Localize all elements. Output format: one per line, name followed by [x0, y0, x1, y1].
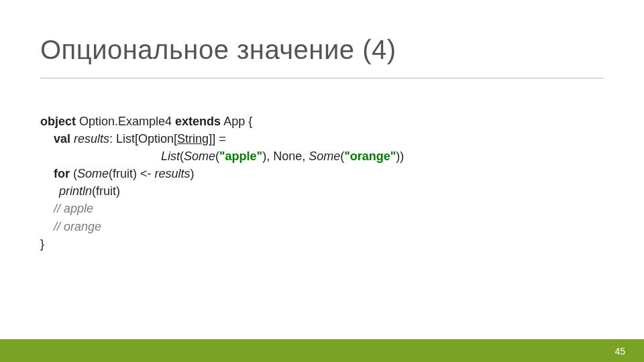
keyword-extends: extends [175, 115, 221, 128]
identifier: Some [309, 149, 340, 163]
code-line-6: // apple [40, 200, 604, 217]
indent: println(fruit) [40, 182, 120, 200]
text: ), None, [262, 149, 309, 163]
code-line-7: // orange [40, 218, 604, 235]
code-line-5: println(fruit) [40, 182, 604, 200]
code-line-2: val results: List[Option[String]] = [40, 130, 604, 147]
identifier: List [161, 149, 180, 163]
code-line-8: } [40, 235, 604, 253]
text: (fruit) <- [109, 167, 155, 180]
page-number: 45 [614, 346, 625, 357]
code-line-4: for (Some(fruit) <- results) [40, 165, 604, 182]
text: )) [396, 149, 404, 163]
identifier: results [74, 132, 109, 145]
text: : List[Option[ [109, 132, 177, 145]
title-divider [40, 78, 604, 78]
identifier: Some [77, 167, 109, 180]
identifier: Some [184, 149, 215, 163]
keyword-object: object [40, 115, 76, 128]
text: Option.Example4 [76, 115, 175, 128]
indent: List(Some("apple"), None, Some("orange")… [40, 147, 404, 165]
text: ) [191, 167, 195, 180]
text: App { [221, 115, 252, 128]
indent: for (Some(fruit) <- results) [40, 165, 195, 182]
code-line-3: List(Some("apple"), None, Some("orange")… [40, 147, 604, 165]
identifier: results [155, 167, 191, 180]
slide-title: Опциональное значение (4) [40, 35, 396, 65]
text: (fruit) [92, 184, 120, 198]
comment: // orange [40, 218, 101, 235]
keyword-for: for [54, 167, 73, 180]
slide: Опциональное значение (4) object Option.… [0, 0, 644, 362]
keyword-val: val [54, 132, 74, 145]
code-line-1: object Option.Example4 extends App { [40, 113, 604, 130]
string-literal: "orange" [344, 149, 396, 163]
comment: // apple [40, 200, 93, 217]
text: } [40, 237, 44, 251]
footer-bar: 45 [0, 339, 644, 362]
type-string: String [177, 132, 209, 145]
code-block: object Option.Example4 extends App { val… [40, 113, 604, 253]
text: ]] = [209, 132, 226, 145]
indent: val results: List[Option[String]] = [40, 130, 226, 147]
string-literal: "apple" [219, 149, 262, 163]
identifier: println [59, 184, 92, 198]
